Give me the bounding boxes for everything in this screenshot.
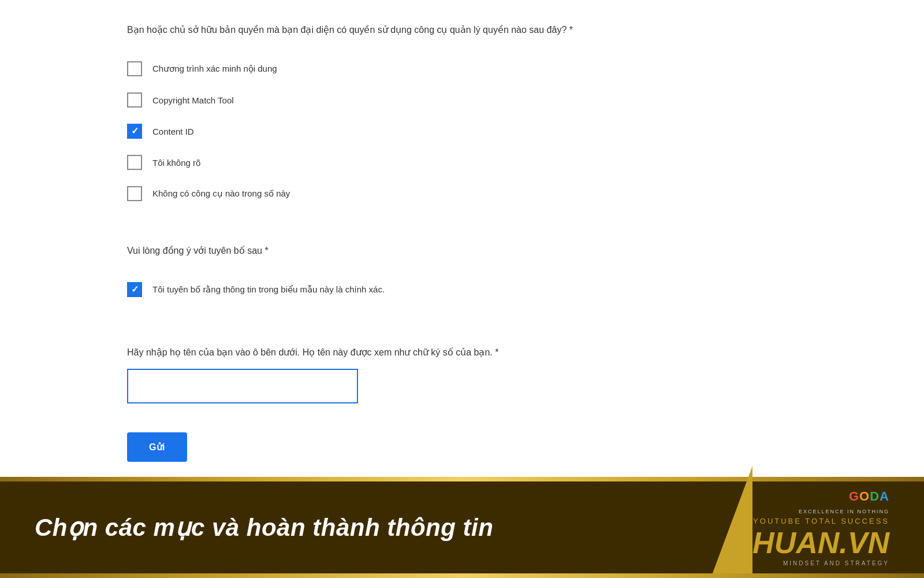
label-copyright-match-tool: Copyright Match Tool	[152, 95, 234, 105]
bottom-banner: Chọn các mục và hoàn thành thông tin GOD…	[0, 477, 924, 578]
checkbox-group-rights: ✓ Chương trình xác minh nội dung ✓ Copyr…	[127, 53, 924, 209]
option-none[interactable]: ✓ Không có công cụ nào trong số này	[127, 178, 924, 209]
agree-section: Vui lòng đồng ý với tuyên bố sau * ✓ Tôi…	[127, 244, 924, 305]
vn-text: .VN	[839, 526, 889, 560]
signature-input-wrapper[interactable]	[127, 369, 358, 403]
option-not-sure[interactable]: ✓ Tôi không rõ	[127, 147, 924, 178]
signature-text-input[interactable]	[136, 370, 349, 402]
label-agree: Tôi tuyên bố rằng thông tin trong biểu m…	[152, 284, 385, 295]
checkmark-content-id: ✓	[131, 127, 139, 136]
checkbox-content-id[interactable]: ✓	[127, 124, 142, 139]
checkbox-none[interactable]: ✓	[127, 186, 142, 201]
mindset-label: MINDSET AND STRATEGY	[783, 560, 889, 566]
signature-label: Hãy nhập họ tên của bạn vào ô bên dưới. …	[127, 346, 924, 360]
option-copyright-match-tool[interactable]: ✓ Copyright Match Tool	[127, 84, 924, 116]
huan-text: HUAN	[752, 526, 839, 560]
checkbox-agree[interactable]: ✓	[127, 282, 142, 297]
label-none: Không có công cụ nào trong số này	[152, 188, 290, 199]
huan-vn-text: HUAN.VN	[752, 528, 889, 558]
youtube-label: YOUTUBE TOTAL SUCCESS	[753, 517, 889, 525]
agree-question-text: Vui lòng đồng ý với tuyên bố sau *	[127, 244, 624, 258]
question1-text: Bạn hoặc chủ sở hữu bản quyền mà bạn đại…	[127, 23, 624, 37]
label-not-sure: Tôi không rõ	[152, 158, 200, 168]
banner-right-section: GODA Excellence in Nothing YOUTUBE TOTAL…	[752, 489, 889, 566]
main-content: Bạn hoặc chủ sở hữu bản quyền mà bạn đại…	[0, 0, 924, 477]
goda-logo: GODA	[849, 489, 889, 504]
signature-section: Hãy nhập họ tên của bạn vào ô bên dưới. …	[127, 346, 924, 403]
checkbox-copyright-match-tool[interactable]: ✓	[127, 92, 142, 108]
option-content-id[interactable]: ✓ Content ID	[127, 116, 924, 147]
goda-sub-text: Excellence in Nothing	[799, 509, 889, 514]
gold-bar-top	[0, 477, 924, 481]
checkbox-not-sure[interactable]: ✓	[127, 155, 142, 170]
banner-main-text: Chọn các mục và hoàn thành thông tin	[35, 513, 493, 542]
label-content-verification: Chương trình xác minh nội dung	[152, 64, 277, 74]
gold-triangle-decoration	[706, 466, 752, 579]
goda-logo-text: GODA	[849, 489, 889, 504]
submit-button[interactable]: Gửi	[127, 432, 187, 462]
checkmark-agree: ✓	[131, 285, 139, 294]
checkbox-content-verification[interactable]: ✓	[127, 61, 142, 76]
gold-bar-bottom	[0, 573, 924, 578]
option-content-verification[interactable]: ✓ Chương trình xác minh nội dung	[127, 53, 924, 84]
submit-section: Gửi	[127, 432, 924, 462]
option-agree[interactable]: ✓ Tôi tuyên bố rằng thông tin trong biểu…	[127, 274, 924, 305]
label-content-id: Content ID	[152, 127, 194, 136]
